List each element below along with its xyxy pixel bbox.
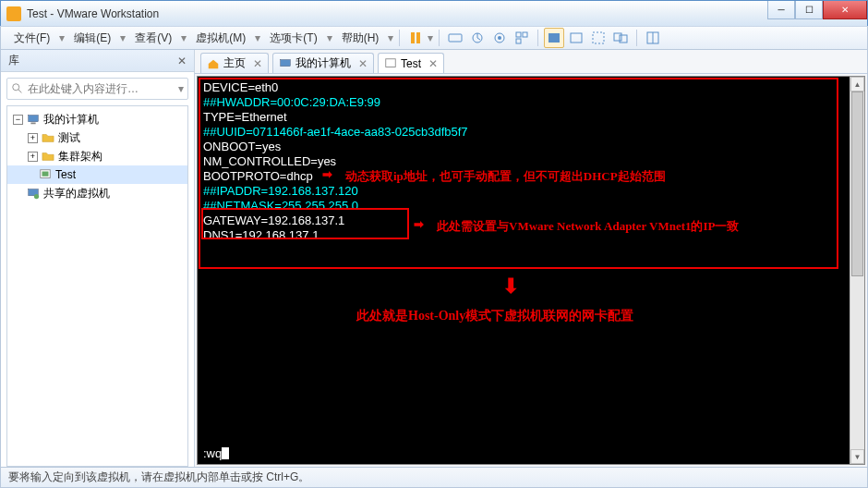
unity-icon[interactable] bbox=[610, 28, 631, 48]
arrow-right-icon: ➡ bbox=[414, 217, 424, 232]
svg-line-17 bbox=[18, 90, 22, 93]
menu-view[interactable]: 查看(V) bbox=[127, 29, 179, 48]
vm-icon bbox=[384, 57, 397, 70]
menu-vm[interactable]: 虚拟机(M) bbox=[188, 29, 253, 48]
vertical-scrollbar[interactable]: ▲ ▼ bbox=[850, 77, 864, 464]
folder-icon bbox=[42, 131, 54, 144]
tab-close-icon[interactable]: ✕ bbox=[253, 57, 262, 70]
svg-rect-2 bbox=[449, 34, 462, 42]
vim-command-line: :wq bbox=[203, 446, 229, 460]
scroll-thumb[interactable] bbox=[851, 92, 863, 276]
maximize-button[interactable]: ☐ bbox=[795, 1, 823, 19]
scroll-down-icon[interactable]: ▼ bbox=[850, 449, 864, 464]
shared-vm-icon bbox=[27, 187, 40, 200]
menu-tabs[interactable]: 选项卡(T) bbox=[262, 29, 324, 48]
scroll-up-icon[interactable]: ▲ bbox=[850, 77, 864, 92]
menu-help[interactable]: 帮助(H) bbox=[334, 29, 387, 48]
sidebar-header: 库 ✕ bbox=[1, 50, 194, 72]
vm-tree: − 我的计算机 + 测试 + 集群架构 Test 共享的虚拟机 bbox=[6, 105, 188, 467]
tab-close-icon[interactable]: ✕ bbox=[358, 57, 368, 70]
svg-rect-12 bbox=[614, 33, 621, 41]
tab-label: Test bbox=[401, 57, 421, 70]
svg-rect-13 bbox=[620, 35, 627, 43]
svg-rect-21 bbox=[42, 172, 49, 177]
folder-icon bbox=[42, 150, 54, 163]
svg-point-23 bbox=[34, 194, 39, 199]
menu-edit[interactable]: 编辑(E) bbox=[66, 29, 118, 48]
tree-shared[interactable]: 共享的虚拟机 bbox=[7, 184, 187, 202]
revert-icon[interactable] bbox=[512, 28, 532, 48]
svg-rect-24 bbox=[281, 59, 291, 66]
svg-rect-1 bbox=[416, 32, 420, 43]
sidebar: 库 ✕ ▾ − 我的计算机 + 测试 + 集群架 bbox=[1, 50, 195, 467]
tree-vm-selected[interactable]: Test bbox=[7, 165, 187, 184]
svg-rect-19 bbox=[30, 123, 35, 125]
home-icon bbox=[207, 57, 220, 70]
status-text: 要将输入定向到该虚拟机，请在虚拟机内部单击或按 Ctrl+G。 bbox=[8, 470, 309, 485]
arrow-down-icon: ⬇ bbox=[502, 274, 519, 299]
tree-label: 集群架构 bbox=[58, 149, 102, 165]
tab-test[interactable]: Test ✕ bbox=[378, 53, 444, 73]
close-button[interactable]: ✕ bbox=[823, 1, 867, 19]
annotation-label: 此处就是Host-Only模式下虚拟机联网的网卡配置 bbox=[356, 308, 633, 324]
window-titlebar: Test - VMware Workstation ─ ☐ ✕ bbox=[0, 0, 868, 26]
tab-home[interactable]: 主页 ✕ bbox=[200, 53, 269, 73]
annotation-label: 此处需设置与VMware Network Adapter VMnet1的IP一致 bbox=[437, 218, 740, 235]
vm-icon bbox=[39, 168, 52, 181]
menu-file[interactable]: 文件(F) bbox=[6, 29, 57, 48]
vm-console[interactable]: DEVICE=eth0##HWADDR=00:0C:29:DA:E9:99TYP… bbox=[197, 76, 865, 465]
sidebar-close-icon[interactable]: ✕ bbox=[177, 55, 187, 67]
tab-mypc[interactable]: 我的计算机 ✕ bbox=[272, 53, 374, 73]
main-area: 主页 ✕ 我的计算机 ✕ Test ✕ DEVICE=eth0##HWADDR=… bbox=[195, 50, 867, 467]
view-thumbnail-icon[interactable] bbox=[566, 28, 586, 48]
fullscreen-icon[interactable] bbox=[588, 28, 609, 48]
tab-strip: 主页 ✕ 我的计算机 ✕ Test ✕ bbox=[195, 50, 867, 74]
svg-point-16 bbox=[13, 84, 19, 91]
svg-rect-0 bbox=[411, 32, 415, 43]
annotation-label: 动态获取ip地址，也可手动配置，但不可超出DHCP起始范围 bbox=[345, 168, 666, 185]
svg-rect-9 bbox=[549, 33, 560, 43]
chevron-down-icon[interactable]: ▾ bbox=[178, 82, 184, 95]
view-console-icon[interactable] bbox=[544, 28, 564, 48]
search-box[interactable]: ▾ bbox=[6, 78, 188, 100]
computer-icon bbox=[27, 113, 40, 126]
library-icon[interactable] bbox=[643, 28, 663, 48]
svg-rect-8 bbox=[516, 39, 521, 43]
svg-point-5 bbox=[498, 36, 501, 40]
tree-folder[interactable]: + 测试 bbox=[7, 128, 187, 147]
search-input[interactable] bbox=[28, 82, 175, 95]
menubar: 文件(F)▾ 编辑(E)▾ 查看(V)▾ 虚拟机(M)▾ 选项卡(T)▾ 帮助(… bbox=[0, 26, 868, 50]
tree-label: 共享的虚拟机 bbox=[43, 186, 110, 201]
minimize-button[interactable]: ─ bbox=[767, 1, 795, 19]
tab-label: 我的计算机 bbox=[295, 55, 351, 71]
tree-label: 我的计算机 bbox=[43, 112, 99, 128]
search-icon bbox=[11, 82, 24, 95]
window-title: Test - VMware Workstation bbox=[27, 7, 767, 20]
app-icon bbox=[6, 6, 21, 21]
svg-rect-11 bbox=[593, 32, 604, 43]
status-bar: 要将输入定向到该虚拟机，请在虚拟机内部单击或按 Ctrl+G。 bbox=[0, 468, 868, 488]
tree-label: 测试 bbox=[58, 130, 80, 146]
svg-rect-25 bbox=[386, 58, 396, 67]
annotation-box-gateway bbox=[201, 208, 409, 239]
pause-icon[interactable] bbox=[405, 28, 426, 48]
tree-folder[interactable]: + 集群架构 bbox=[7, 147, 187, 165]
tab-close-icon[interactable]: ✕ bbox=[428, 57, 438, 70]
tab-label: 主页 bbox=[223, 55, 246, 71]
svg-rect-10 bbox=[571, 33, 582, 43]
arrow-right-icon: ➡ bbox=[322, 167, 332, 182]
tree-label: Test bbox=[55, 168, 76, 181]
send-keys-icon[interactable] bbox=[445, 28, 465, 48]
tree-root[interactable]: − 我的计算机 bbox=[7, 110, 187, 128]
sidebar-title: 库 bbox=[8, 53, 19, 68]
svg-rect-18 bbox=[29, 116, 39, 122]
snapshot-manager-icon[interactable] bbox=[489, 28, 510, 48]
cursor-icon bbox=[222, 447, 229, 459]
svg-rect-7 bbox=[523, 32, 527, 37]
computer-icon bbox=[279, 57, 292, 70]
svg-rect-6 bbox=[516, 32, 521, 37]
snapshot-icon[interactable] bbox=[467, 28, 488, 48]
